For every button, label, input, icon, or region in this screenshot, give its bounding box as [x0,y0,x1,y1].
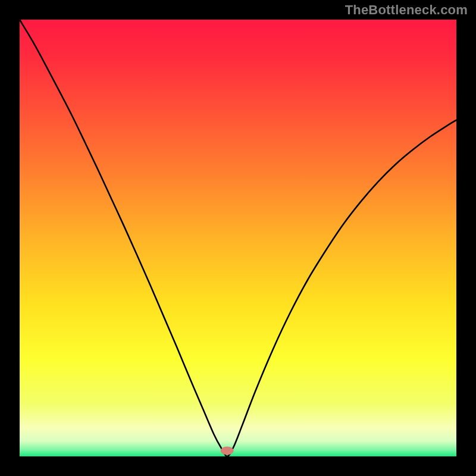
optimum-marker [221,446,234,455]
plot-background [20,20,456,456]
bottleneck-chart [0,0,476,476]
chart-frame: { "watermark": "TheBottleneck.com", "plo… [0,0,476,476]
